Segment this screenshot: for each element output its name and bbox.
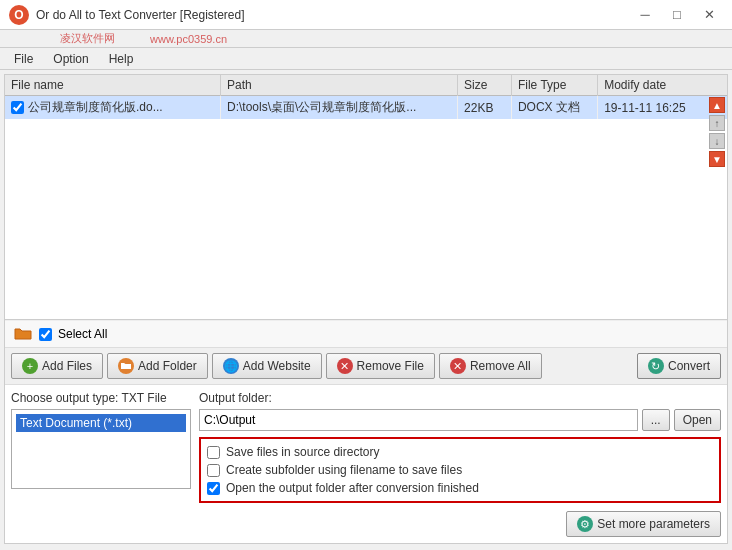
options-box: Save files in source directory Create su… <box>199 437 721 503</box>
save-source-checkbox[interactable] <box>207 446 220 459</box>
app-logo: O <box>8 4 30 26</box>
menu-file[interactable]: File <box>4 50 43 68</box>
file-name-cell: 公司规章制度简化版.do... <box>5 96 221 120</box>
folder-icon <box>13 325 33 343</box>
open-button[interactable]: Open <box>674 409 721 431</box>
action-buttons: + Add Files Add Folder 🌐 Add Website ✕ R… <box>5 347 727 384</box>
output-folder-panel: Output folder: ... Open Save files in so… <box>199 391 721 537</box>
output-type-item-txt[interactable]: Text Document (*.txt) <box>16 414 186 432</box>
window-controls: ─ □ ✕ <box>630 5 724 25</box>
close-button[interactable]: ✕ <box>694 5 724 25</box>
remove-all-button[interactable]: ✕ Remove All <box>439 353 542 379</box>
file-table-empty-area <box>5 119 727 319</box>
select-all-checkbox[interactable] <box>39 328 52 341</box>
file-table: File name Path Size File Type Modify dat… <box>5 75 727 119</box>
remove-file-button[interactable]: ✕ Remove File <box>326 353 435 379</box>
scroll-bottom-button[interactable]: ▼ <box>709 151 725 167</box>
add-folder-icon <box>118 358 134 374</box>
save-source-label: Save files in source directory <box>226 445 379 459</box>
menu-bar: File Option Help <box>0 48 732 70</box>
output-folder-label: Output folder: <box>199 391 721 405</box>
add-website-button[interactable]: 🌐 Add Website <box>212 353 322 379</box>
minimize-button[interactable]: ─ <box>630 5 660 25</box>
output-section: Choose output type: TXT File Text Docume… <box>5 384 727 543</box>
svg-text:O: O <box>14 8 23 22</box>
output-folder-input[interactable] <box>199 409 638 431</box>
table-scroll-arrows: ▲ ↑ ↓ ▼ <box>709 97 725 167</box>
set-params-button[interactable]: ⚙ Set more parameters <box>566 511 721 537</box>
file-size-cell: 22KB <box>458 96 512 120</box>
browse-button[interactable]: ... <box>642 409 670 431</box>
maximize-button[interactable]: □ <box>662 5 692 25</box>
col-header-date: Modify date <box>598 75 727 96</box>
subfolder-checkbox[interactable] <box>207 464 220 477</box>
convert-label: Convert <box>668 359 710 373</box>
watermark-label: 凌汉软件网 <box>60 31 115 46</box>
add-website-label: Add Website <box>243 359 311 373</box>
option-save-source: Save files in source directory <box>207 445 713 459</box>
add-files-button[interactable]: + Add Files <box>11 353 103 379</box>
output-type-label: Choose output type: TXT File <box>11 391 191 405</box>
select-all-row: Select All <box>5 320 727 347</box>
convert-icon: ↻ <box>648 358 664 374</box>
remove-all-label: Remove All <box>470 359 531 373</box>
title-bar: O Or do All to Text Converter [Registere… <box>0 0 732 30</box>
add-files-label: Add Files <box>42 359 92 373</box>
menu-help[interactable]: Help <box>99 50 144 68</box>
scroll-up-button[interactable]: ↑ <box>709 115 725 131</box>
option-open-after: Open the output folder after conversion … <box>207 481 713 495</box>
set-params-icon: ⚙ <box>577 516 593 532</box>
file-date-cell: 19-11-11 16:25 <box>598 96 727 120</box>
set-params-label: Set more parameters <box>597 517 710 531</box>
add-folder-button[interactable]: Add Folder <box>107 353 208 379</box>
col-header-name: File name <box>5 75 221 96</box>
menu-option[interactable]: Option <box>43 50 98 68</box>
col-header-path: Path <box>221 75 458 96</box>
row-checkbox[interactable] <box>11 101 24 114</box>
remove-all-icon: ✕ <box>450 358 466 374</box>
select-all-label: Select All <box>58 327 107 341</box>
window-title: Or do All to Text Converter [Registered] <box>36 8 630 22</box>
open-after-label: Open the output folder after conversion … <box>226 481 479 495</box>
convert-button[interactable]: ↻ Convert <box>637 353 721 379</box>
file-table-container: File name Path Size File Type Modify dat… <box>5 75 727 320</box>
col-header-type: File Type <box>511 75 597 96</box>
col-header-size: Size <box>458 75 512 96</box>
output-type-list: Text Document (*.txt) <box>11 409 191 489</box>
main-content: File name Path Size File Type Modify dat… <box>4 74 728 544</box>
add-files-icon: + <box>22 358 38 374</box>
file-path-cell: D:\tools\桌面\公司规章制度简化版... <box>221 96 458 120</box>
watermark-url: www.pc0359.cn <box>150 33 227 45</box>
add-folder-label: Add Folder <box>138 359 197 373</box>
remove-file-icon: ✕ <box>337 358 353 374</box>
table-header-row: File name Path Size File Type Modify dat… <box>5 75 727 96</box>
option-subfolder: Create subfolder using filename to save … <box>207 463 713 477</box>
subfolder-label: Create subfolder using filename to save … <box>226 463 462 477</box>
output-folder-row: ... Open <box>199 409 721 431</box>
table-row[interactable]: 公司规章制度简化版.do... D:\tools\桌面\公司规章制度简化版...… <box>5 96 727 120</box>
scroll-top-button[interactable]: ▲ <box>709 97 725 113</box>
open-after-checkbox[interactable] <box>207 482 220 495</box>
scroll-down-button[interactable]: ↓ <box>709 133 725 149</box>
add-website-icon: 🌐 <box>223 358 239 374</box>
output-type-panel: Choose output type: TXT File Text Docume… <box>11 391 191 537</box>
remove-file-label: Remove File <box>357 359 424 373</box>
file-type-cell: DOCX 文档 <box>511 96 597 120</box>
